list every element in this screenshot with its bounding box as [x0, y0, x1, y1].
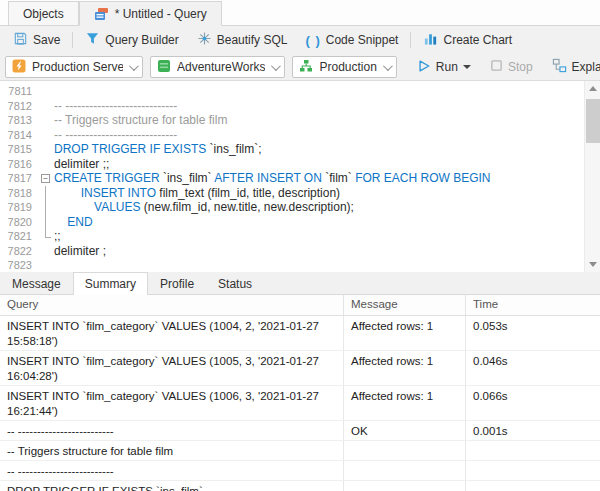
results-table: Query Message Time INSERT INTO `film_cat…	[0, 295, 600, 491]
editor-line[interactable]: 7818 INSERT INTO film_text (film_id, tit…	[0, 186, 584, 201]
result-tab-summary[interactable]: Summary	[73, 272, 148, 295]
table-row[interactable]: -- -------------------------OK0.001s	[0, 421, 600, 441]
stop-button[interactable]: Stop	[484, 55, 539, 79]
create-chart-button[interactable]: Create Chart	[414, 28, 521, 52]
run-button[interactable]: Run	[411, 55, 477, 79]
toolbar-separator	[72, 32, 73, 48]
database-icon	[157, 59, 171, 76]
fold-gutter	[38, 128, 54, 143]
code-snippet-label: Code Snippet	[326, 33, 399, 47]
query-cell: INSERT INTO `film_category` VALUES (1004…	[0, 316, 344, 350]
line-number: 7817	[0, 171, 38, 186]
result-tab-status[interactable]: Status	[206, 273, 264, 294]
beautify-sql-button[interactable]: Beautify SQL	[188, 28, 297, 52]
message-cell: Affected rows: 1	[344, 316, 466, 350]
query-cell: INSERT INTO `film_category` VALUES (1005…	[0, 351, 344, 385]
query-file-icon	[94, 7, 109, 21]
editor-line[interactable]: 7820 END	[0, 215, 584, 230]
beautify-sql-label: Beautify SQL	[217, 33, 288, 47]
editor-line[interactable]: 7816delimiter ;;	[0, 157, 584, 172]
column-header-message[interactable]: Message	[344, 295, 466, 315]
table-row[interactable]: INSERT INTO `film_category` VALUES (1004…	[0, 316, 600, 351]
result-tabbar: MessageSummaryProfileStatus	[0, 272, 600, 295]
schema-select[interactable]: Production	[292, 56, 396, 78]
time-cell	[466, 441, 600, 460]
column-header-time[interactable]: Time	[466, 295, 600, 315]
sql-editor[interactable]: 78117812-- ----------------------------7…	[0, 81, 600, 272]
chevron-down-icon	[383, 61, 393, 71]
table-row[interactable]: INSERT INTO `film_category` VALUES (1005…	[0, 351, 600, 386]
code-text: -- Triggers structure for table film	[54, 113, 227, 128]
toolbar-separator	[410, 32, 411, 48]
query-tool-window: Objects * Untitled - Query	[0, 0, 600, 491]
table-row[interactable]: INSERT INTO `film_category` VALUES (1006…	[0, 386, 600, 421]
results-body: INSERT INTO `film_category` VALUES (1004…	[0, 316, 600, 491]
create-chart-label: Create Chart	[443, 33, 512, 47]
time-cell	[466, 481, 600, 491]
run-dropdown-caret[interactable]	[463, 65, 471, 69]
code-text: INSERT INTO film_text (film_id, title, d…	[54, 186, 340, 201]
line-number: 7820	[0, 215, 38, 230]
column-header-query[interactable]: Query	[0, 295, 344, 315]
query-builder-button[interactable]: Query Builder	[76, 28, 187, 52]
code-snippet-icon: ( )	[305, 33, 320, 48]
scroll-up-arrow-icon[interactable]	[585, 81, 600, 96]
message-cell: Affected rows: 1	[344, 351, 466, 385]
fold-collapse-icon[interactable]: −	[41, 174, 50, 183]
editor-line[interactable]: 7812-- ----------------------------	[0, 99, 584, 114]
fold-gutter	[38, 229, 54, 244]
editor-lines[interactable]: 78117812-- ----------------------------7…	[0, 81, 584, 272]
tab-query-label: * Untitled - Query	[115, 7, 207, 21]
results-header: Query Message Time	[0, 295, 600, 316]
line-number: 7812	[0, 99, 38, 114]
fold-gutter	[38, 215, 54, 230]
editor-line[interactable]: 7814-- ----------------------------	[0, 128, 584, 143]
editor-line[interactable]: 7821;;	[0, 229, 584, 244]
schema-icon	[299, 59, 313, 76]
fold-gutter	[38, 157, 54, 172]
editor-line[interactable]: 7823	[0, 258, 584, 272]
editor-line[interactable]: 7813-- Triggers structure for table film	[0, 113, 584, 128]
run-label: Run	[436, 60, 458, 74]
code-snippet-button[interactable]: ( ) Code Snippet	[296, 28, 407, 52]
line-number: 7813	[0, 113, 38, 128]
scroll-down-arrow-icon[interactable]	[585, 257, 600, 272]
editor-scrollbar[interactable]	[584, 81, 600, 272]
fold-gutter	[38, 113, 54, 128]
table-row[interactable]: -- Triggers structure for table film	[0, 441, 600, 461]
message-cell	[344, 481, 466, 491]
editor-line[interactable]: 7817−CREATE TRIGGER `ins_film` AFTER INS…	[0, 171, 584, 186]
scrollbar-thumb[interactable]	[586, 99, 600, 143]
time-cell: 0.066s	[466, 386, 600, 420]
code-text: -- ----------------------------	[54, 128, 177, 143]
editor-line[interactable]: 7815DROP TRIGGER IF EXISTS `ins_film`;	[0, 142, 584, 157]
database-select-value: AdventureWorks	[177, 60, 265, 74]
table-row[interactable]: DROP TRIGGER IF EXISTS `ins_film`	[0, 481, 600, 491]
tab-objects[interactable]: Objects	[8, 1, 79, 25]
result-tab-message[interactable]: Message	[0, 273, 73, 294]
explain-button[interactable]: Explain	[546, 55, 600, 79]
editor-line[interactable]: 7822delimiter ;	[0, 244, 584, 259]
query-cell: -- -------------------------	[0, 421, 344, 440]
editor-line[interactable]: 7819 VALUES (new.film_id, new.title, new…	[0, 200, 584, 215]
line-number: 7811	[0, 84, 38, 99]
line-number: 7822	[0, 244, 38, 259]
chevron-down-icon	[271, 61, 281, 71]
tab-query[interactable]: * Untitled - Query	[79, 1, 222, 26]
fold-gutter	[38, 99, 54, 114]
time-cell: 0.046s	[466, 351, 600, 385]
save-label: Save	[33, 33, 60, 47]
editor-line[interactable]: 7811	[0, 84, 584, 99]
result-tab-profile[interactable]: Profile	[148, 273, 206, 294]
database-select[interactable]: AdventureWorks	[150, 56, 285, 78]
query-cell: INSERT INTO `film_category` VALUES (1006…	[0, 386, 344, 420]
stop-label: Stop	[508, 60, 533, 74]
fold-gutter	[38, 84, 54, 99]
table-row[interactable]: -- -------------------------	[0, 461, 600, 481]
line-number: 7818	[0, 186, 38, 201]
server-select[interactable]: Production Server	[5, 56, 143, 78]
fold-gutter	[38, 244, 54, 259]
server-select-value: Production Server	[32, 60, 123, 74]
save-button[interactable]: Save	[4, 28, 69, 52]
code-text: END	[54, 215, 93, 230]
